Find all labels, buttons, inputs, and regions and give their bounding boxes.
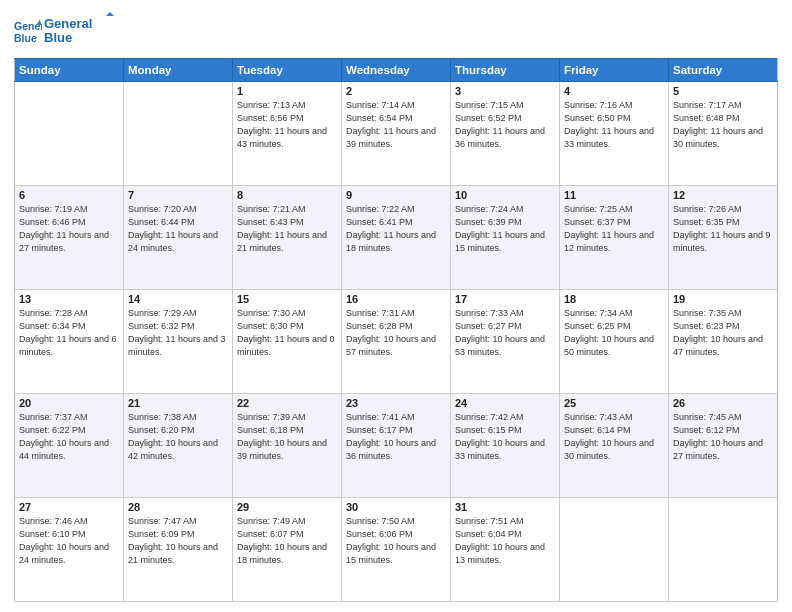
day-number: 14 <box>128 293 228 305</box>
svg-text:Blue: Blue <box>14 32 37 44</box>
calendar-cell: 30Sunrise: 7:50 AMSunset: 6:06 PMDayligh… <box>342 498 451 602</box>
header-wednesday: Wednesday <box>342 59 451 82</box>
header-saturday: Saturday <box>669 59 778 82</box>
day-info: Sunrise: 7:41 AMSunset: 6:17 PMDaylight:… <box>346 411 446 463</box>
calendar-cell: 25Sunrise: 7:43 AMSunset: 6:14 PMDayligh… <box>560 394 669 498</box>
day-number: 26 <box>673 397 773 409</box>
calendar-cell: 24Sunrise: 7:42 AMSunset: 6:15 PMDayligh… <box>451 394 560 498</box>
svg-marker-5 <box>106 12 114 16</box>
calendar-cell <box>15 82 124 186</box>
header-friday: Friday <box>560 59 669 82</box>
calendar-cell: 27Sunrise: 7:46 AMSunset: 6:10 PMDayligh… <box>15 498 124 602</box>
header-tuesday: Tuesday <box>233 59 342 82</box>
day-number: 10 <box>455 189 555 201</box>
day-info: Sunrise: 7:25 AMSunset: 6:37 PMDaylight:… <box>564 203 664 255</box>
calendar-cell: 11Sunrise: 7:25 AMSunset: 6:37 PMDayligh… <box>560 186 669 290</box>
day-number: 11 <box>564 189 664 201</box>
logo-svg: General Blue <box>44 12 114 48</box>
calendar-cell: 10Sunrise: 7:24 AMSunset: 6:39 PMDayligh… <box>451 186 560 290</box>
day-info: Sunrise: 7:28 AMSunset: 6:34 PMDaylight:… <box>19 307 119 359</box>
day-number: 19 <box>673 293 773 305</box>
day-number: 16 <box>346 293 446 305</box>
day-number: 1 <box>237 85 337 97</box>
calendar-cell: 18Sunrise: 7:34 AMSunset: 6:25 PMDayligh… <box>560 290 669 394</box>
day-number: 7 <box>128 189 228 201</box>
day-info: Sunrise: 7:13 AMSunset: 6:56 PMDaylight:… <box>237 99 337 151</box>
calendar-week-2: 6Sunrise: 7:19 AMSunset: 6:46 PMDaylight… <box>15 186 778 290</box>
header-thursday: Thursday <box>451 59 560 82</box>
calendar-cell: 5Sunrise: 7:17 AMSunset: 6:48 PMDaylight… <box>669 82 778 186</box>
day-number: 23 <box>346 397 446 409</box>
calendar-cell <box>560 498 669 602</box>
calendar-cell: 15Sunrise: 7:30 AMSunset: 6:30 PMDayligh… <box>233 290 342 394</box>
day-number: 17 <box>455 293 555 305</box>
day-info: Sunrise: 7:45 AMSunset: 6:12 PMDaylight:… <box>673 411 773 463</box>
day-info: Sunrise: 7:24 AMSunset: 6:39 PMDaylight:… <box>455 203 555 255</box>
day-number: 25 <box>564 397 664 409</box>
day-info: Sunrise: 7:16 AMSunset: 6:50 PMDaylight:… <box>564 99 664 151</box>
day-info: Sunrise: 7:46 AMSunset: 6:10 PMDaylight:… <box>19 515 119 567</box>
calendar-cell: 21Sunrise: 7:38 AMSunset: 6:20 PMDayligh… <box>124 394 233 498</box>
calendar-cell: 28Sunrise: 7:47 AMSunset: 6:09 PMDayligh… <box>124 498 233 602</box>
day-number: 31 <box>455 501 555 513</box>
svg-text:Blue: Blue <box>44 30 72 45</box>
day-info: Sunrise: 7:49 AMSunset: 6:07 PMDaylight:… <box>237 515 337 567</box>
day-info: Sunrise: 7:14 AMSunset: 6:54 PMDaylight:… <box>346 99 446 151</box>
day-number: 18 <box>564 293 664 305</box>
header: General Blue General Blue <box>14 12 778 52</box>
header-sunday: Sunday <box>15 59 124 82</box>
day-info: Sunrise: 7:43 AMSunset: 6:14 PMDaylight:… <box>564 411 664 463</box>
svg-text:General: General <box>14 20 42 32</box>
calendar-cell: 6Sunrise: 7:19 AMSunset: 6:46 PMDaylight… <box>15 186 124 290</box>
calendar-cell: 22Sunrise: 7:39 AMSunset: 6:18 PMDayligh… <box>233 394 342 498</box>
day-number: 6 <box>19 189 119 201</box>
day-info: Sunrise: 7:47 AMSunset: 6:09 PMDaylight:… <box>128 515 228 567</box>
day-number: 15 <box>237 293 337 305</box>
day-number: 3 <box>455 85 555 97</box>
calendar-week-1: 1Sunrise: 7:13 AMSunset: 6:56 PMDaylight… <box>15 82 778 186</box>
page: General Blue General Blue Sunday Monday … <box>0 0 792 612</box>
calendar-cell: 23Sunrise: 7:41 AMSunset: 6:17 PMDayligh… <box>342 394 451 498</box>
calendar-cell: 3Sunrise: 7:15 AMSunset: 6:52 PMDaylight… <box>451 82 560 186</box>
day-number: 30 <box>346 501 446 513</box>
calendar-cell: 20Sunrise: 7:37 AMSunset: 6:22 PMDayligh… <box>15 394 124 498</box>
calendar-week-3: 13Sunrise: 7:28 AMSunset: 6:34 PMDayligh… <box>15 290 778 394</box>
calendar-cell: 16Sunrise: 7:31 AMSunset: 6:28 PMDayligh… <box>342 290 451 394</box>
day-info: Sunrise: 7:34 AMSunset: 6:25 PMDaylight:… <box>564 307 664 359</box>
calendar-cell: 9Sunrise: 7:22 AMSunset: 6:41 PMDaylight… <box>342 186 451 290</box>
calendar-cell: 7Sunrise: 7:20 AMSunset: 6:44 PMDaylight… <box>124 186 233 290</box>
calendar-cell: 1Sunrise: 7:13 AMSunset: 6:56 PMDaylight… <box>233 82 342 186</box>
day-number: 9 <box>346 189 446 201</box>
day-number: 13 <box>19 293 119 305</box>
day-number: 27 <box>19 501 119 513</box>
calendar-cell: 29Sunrise: 7:49 AMSunset: 6:07 PMDayligh… <box>233 498 342 602</box>
day-number: 8 <box>237 189 337 201</box>
calendar-header-row: Sunday Monday Tuesday Wednesday Thursday… <box>15 59 778 82</box>
day-info: Sunrise: 7:31 AMSunset: 6:28 PMDaylight:… <box>346 307 446 359</box>
day-number: 29 <box>237 501 337 513</box>
calendar-cell: 19Sunrise: 7:35 AMSunset: 6:23 PMDayligh… <box>669 290 778 394</box>
header-monday: Monday <box>124 59 233 82</box>
calendar-week-5: 27Sunrise: 7:46 AMSunset: 6:10 PMDayligh… <box>15 498 778 602</box>
svg-text:General: General <box>44 16 92 31</box>
day-info: Sunrise: 7:26 AMSunset: 6:35 PMDaylight:… <box>673 203 773 255</box>
day-info: Sunrise: 7:51 AMSunset: 6:04 PMDaylight:… <box>455 515 555 567</box>
calendar-cell: 2Sunrise: 7:14 AMSunset: 6:54 PMDaylight… <box>342 82 451 186</box>
day-number: 5 <box>673 85 773 97</box>
day-info: Sunrise: 7:39 AMSunset: 6:18 PMDaylight:… <box>237 411 337 463</box>
day-number: 2 <box>346 85 446 97</box>
calendar-week-4: 20Sunrise: 7:37 AMSunset: 6:22 PMDayligh… <box>15 394 778 498</box>
day-info: Sunrise: 7:50 AMSunset: 6:06 PMDaylight:… <box>346 515 446 567</box>
calendar-cell: 31Sunrise: 7:51 AMSunset: 6:04 PMDayligh… <box>451 498 560 602</box>
day-info: Sunrise: 7:17 AMSunset: 6:48 PMDaylight:… <box>673 99 773 151</box>
day-number: 24 <box>455 397 555 409</box>
calendar-cell <box>669 498 778 602</box>
day-number: 12 <box>673 189 773 201</box>
day-info: Sunrise: 7:22 AMSunset: 6:41 PMDaylight:… <box>346 203 446 255</box>
day-info: Sunrise: 7:42 AMSunset: 6:15 PMDaylight:… <box>455 411 555 463</box>
calendar-table: Sunday Monday Tuesday Wednesday Thursday… <box>14 58 778 602</box>
calendar-cell: 8Sunrise: 7:21 AMSunset: 6:43 PMDaylight… <box>233 186 342 290</box>
day-info: Sunrise: 7:19 AMSunset: 6:46 PMDaylight:… <box>19 203 119 255</box>
calendar-cell <box>124 82 233 186</box>
day-number: 21 <box>128 397 228 409</box>
